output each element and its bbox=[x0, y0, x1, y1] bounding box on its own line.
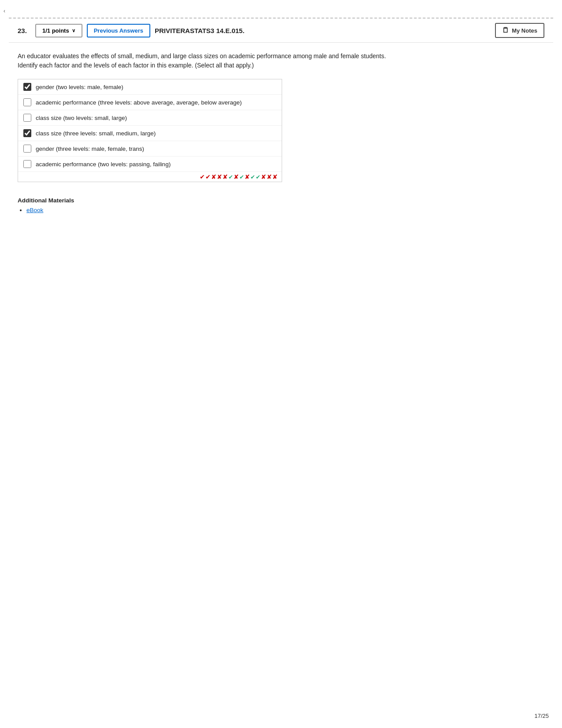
additional-materials: Additional Materials eBook bbox=[18, 197, 544, 213]
question-body: An educator evaluates the effects of sma… bbox=[18, 52, 544, 70]
option-label-1: gender (two levels: male, female) bbox=[36, 84, 123, 90]
notes-icon: 🗒 bbox=[502, 26, 509, 34]
ebook-link[interactable]: eBook bbox=[26, 207, 43, 213]
page-footer: 17/25 bbox=[534, 713, 549, 719]
option-label-6: academic performance (two levels: passin… bbox=[36, 161, 171, 168]
previous-answers-button[interactable]: Previous Answers bbox=[87, 24, 150, 37]
ebook-label: eBook bbox=[26, 207, 43, 213]
option-label-5: gender (three levels: male, female, tran… bbox=[36, 146, 144, 152]
option-row: gender (two levels: male, female) bbox=[18, 79, 282, 95]
option-checkbox-1[interactable] bbox=[23, 83, 31, 91]
prompt-line2: Identify each factor and the levels of e… bbox=[18, 61, 544, 70]
my-notes-label: My Notes bbox=[512, 27, 537, 34]
option-row: academic performance (two levels: passin… bbox=[18, 157, 282, 172]
option-row: gender (three levels: male, female, tran… bbox=[18, 141, 282, 157]
chevron-down-icon: ∨ bbox=[72, 28, 75, 34]
question-header: 23. 1/1 points∨ Previous Answers PRIVITE… bbox=[9, 19, 553, 43]
page-number: 17/25 bbox=[534, 713, 549, 719]
score-icons: ✔✔✘✘✘✔✘✔✘✔✔✘✘✘ bbox=[200, 174, 278, 180]
option-row: class size (three levels: small, medium,… bbox=[18, 126, 282, 141]
option-checkbox-6[interactable] bbox=[23, 160, 31, 168]
question-code: PRIVITERASTATS3 14.E.015. bbox=[155, 27, 491, 34]
question-number: 23. bbox=[18, 27, 31, 34]
option-label-3: class size (two levels: small, large) bbox=[36, 115, 127, 121]
option-checkbox-2[interactable] bbox=[23, 98, 31, 106]
options-container: gender (two levels: male, female)academi… bbox=[18, 79, 282, 182]
my-notes-button[interactable]: 🗒 My Notes bbox=[495, 23, 544, 38]
option-row: academic performance (three levels: abov… bbox=[18, 95, 282, 110]
option-label-2: academic performance (three levels: abov… bbox=[36, 99, 242, 106]
option-checkbox-4[interactable] bbox=[23, 129, 31, 137]
collapse-icon[interactable]: ‹ bbox=[4, 8, 5, 14]
option-row: class size (two levels: small, large) bbox=[18, 110, 282, 126]
option-checkbox-3[interactable] bbox=[23, 114, 31, 122]
points-label: 1/1 points bbox=[42, 27, 69, 34]
option-checkbox-5[interactable] bbox=[23, 145, 31, 153]
score-icons-row: ✔✔✘✘✘✔✘✔✘✔✔✘✘✘ bbox=[18, 172, 282, 182]
points-button[interactable]: 1/1 points∨ bbox=[35, 24, 82, 37]
prev-answers-label: Previous Answers bbox=[94, 27, 143, 34]
prompt-line1: An educator evaluates the effects of sma… bbox=[18, 52, 544, 61]
option-label-4: class size (three levels: small, medium,… bbox=[36, 130, 156, 137]
additional-materials-title: Additional Materials bbox=[18, 197, 544, 204]
